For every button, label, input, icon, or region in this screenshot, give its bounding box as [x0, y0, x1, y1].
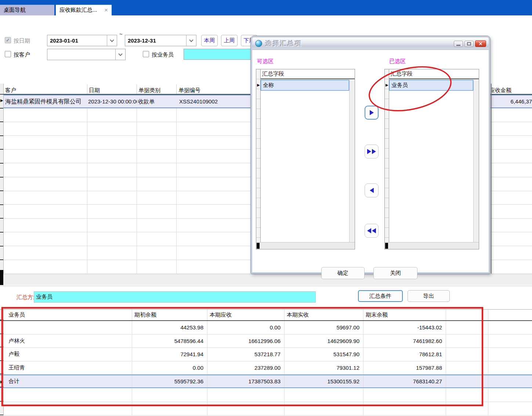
- cell-received: 79301.12: [285, 361, 363, 375]
- date-from-input[interactable]: 2023-01-01: [47, 35, 117, 46]
- selected-row-marker-icon: ▶: [257, 83, 260, 87]
- dialog-body: 可选区 已选区 汇总字段 ▶ 全称 汇总字段 ▶ 业务员: [252, 50, 489, 272]
- last-week-button[interactable]: 上周: [221, 35, 238, 46]
- selected-row-marker-icon: ▶: [0, 380, 3, 384]
- move-all-right-button[interactable]: [365, 145, 379, 158]
- summary-row[interactable]: 卢毅 72941.94 537218.77 531547.90 78612.81: [0, 348, 532, 361]
- customer-dropdown-button[interactable]: [115, 49, 125, 60]
- date-from-dropdown-button[interactable]: [107, 35, 117, 46]
- hscroll-thumb[interactable]: [385, 243, 388, 249]
- date-to-value: 2023-12-31: [128, 37, 156, 44]
- maximize-button[interactable]: [464, 41, 474, 47]
- available-item[interactable]: 全称: [261, 80, 349, 91]
- move-right-button[interactable]: [365, 106, 379, 120]
- main-scrollbar-thumb[interactable]: [0, 270, 3, 285]
- by-customer-checkbox[interactable]: [5, 51, 11, 57]
- row-marker-cell: [0, 321, 4, 334]
- tab-ar-summary[interactable]: 应收账款汇总... ×: [56, 5, 112, 15]
- cell-customer: 海盐精鼎紧固件模具有限公司: [5, 95, 87, 107]
- salesman-input[interactable]: [184, 49, 257, 60]
- summary-condition-button[interactable]: 汇总条件: [358, 290, 403, 302]
- cell-opening: 72941.94: [132, 348, 207, 361]
- available-list-header: 汇总字段: [256, 69, 355, 79]
- by-salesman-checkbox[interactable]: [143, 51, 149, 57]
- last-week-label: 上周: [224, 37, 235, 44]
- cell-closing: -15443.02: [363, 321, 446, 334]
- date-range-tilde: ~: [119, 31, 123, 37]
- selected-list-vscrollbar[interactable]: [473, 80, 479, 242]
- summary-col-opening[interactable]: 期初余额: [132, 310, 207, 320]
- cell-receivable: 537218.77: [207, 348, 285, 361]
- export-button[interactable]: 导出: [408, 290, 450, 302]
- cell-doc-no: XSS240109002: [179, 95, 253, 107]
- selected-item[interactable]: 业务员: [389, 80, 473, 91]
- date-to-input[interactable]: 2023-12-31: [125, 35, 196, 46]
- cell-doc-type: 收款单: [138, 95, 176, 107]
- cell-salesman: [4, 321, 132, 334]
- minimize-button[interactable]: [454, 41, 463, 47]
- selected-list-hscrollbar[interactable]: [385, 242, 479, 249]
- chevron-down-icon: [189, 38, 193, 42]
- col-header-customer[interactable]: 客户: [5, 85, 86, 94]
- cell-empty: [488, 361, 532, 375]
- customer-select[interactable]: [47, 49, 126, 60]
- available-list-hscrollbar[interactable]: [256, 242, 355, 249]
- col-header-doc-type[interactable]: 单据类别: [138, 85, 175, 94]
- cell-received: 59697.00: [285, 321, 363, 334]
- summary-row[interactable]: 王绍青 0.00 237289.00 79301.12 157987.88: [0, 361, 532, 375]
- row-marker-cell: [0, 361, 4, 375]
- cell-salesman: 卢毅: [4, 348, 132, 361]
- row-marker-cell: [0, 348, 4, 361]
- available-list-vscrollbar[interactable]: [349, 80, 355, 242]
- close-button[interactable]: ✕: [475, 40, 486, 47]
- move-all-left-button[interactable]: [365, 224, 379, 238]
- by-date-label: 按日期: [14, 37, 30, 44]
- export-label: 导出: [423, 293, 434, 300]
- ok-button[interactable]: 确定: [321, 267, 365, 279]
- cell-receivable: 17387503.83: [207, 375, 285, 387]
- date-to-dropdown-button[interactable]: [186, 35, 196, 46]
- summary-total-row[interactable]: ▶ 合计 5595792.36 17387503.83 15300155.92 …: [0, 375, 532, 388]
- col-header-date[interactable]: 日期: [89, 85, 135, 94]
- selected-row-marker-icon: ▶: [0, 98, 3, 102]
- arrow-left-icon: [370, 188, 374, 193]
- date-from-value: 2023-01-01: [50, 37, 78, 44]
- tab-close-icon[interactable]: ×: [104, 7, 108, 13]
- available-fields-list[interactable]: 汇总字段 ▶ 全称: [256, 69, 355, 249]
- summary-col-closing[interactable]: 期末余额: [363, 310, 446, 320]
- summary-mode-input[interactable]: 业务员: [34, 291, 316, 303]
- dialog-title-bar[interactable]: 选择汇总项 ✕: [252, 37, 489, 50]
- col-header-doc-no[interactable]: 单据编号: [178, 85, 248, 94]
- dialog-close-label: 关闭: [390, 270, 401, 277]
- cell-empty: [446, 321, 488, 334]
- by-customer-label: 按客户: [14, 51, 30, 58]
- cell-empty: [488, 375, 532, 387]
- tab-desktop-nav-label: 桌面导航: [4, 7, 26, 14]
- cell-closing: 7683140.27: [363, 375, 446, 387]
- arrow-left-icon: [367, 228, 371, 233]
- summary-col-receivable[interactable]: 本期应收: [207, 310, 285, 320]
- summary-col-received[interactable]: 本期实收: [285, 310, 363, 320]
- app-window: 桌面导航 应收账款汇总... × ✓ 按日期 2023-01-01 ~ 2023…: [0, 0, 532, 416]
- move-left-button[interactable]: [365, 183, 379, 197]
- by-date-checkbox[interactable]: ✓: [5, 37, 11, 43]
- dialog-close-button[interactable]: 关闭: [373, 267, 417, 279]
- col-header-amount[interactable]: 应收金额: [492, 87, 511, 94]
- hscroll-thumb[interactable]: [257, 243, 260, 249]
- cell-amount: 6,446,37: [492, 95, 532, 107]
- selected-fields-list[interactable]: 汇总字段 ▶ 业务员: [384, 69, 479, 249]
- summary-row-empty: [0, 402, 532, 416]
- this-week-button[interactable]: 本周: [201, 35, 218, 46]
- summary-col-name[interactable]: 业务员: [4, 310, 132, 320]
- summary-row[interactable]: 卢林火 5478596.44 16612996.06 14629609.90 7…: [0, 335, 532, 348]
- summary-row[interactable]: 44253.98 0.00 59697.00 -15443.02: [0, 321, 532, 335]
- arrow-left-icon: [372, 228, 376, 233]
- cell-closing: 157987.88: [363, 361, 446, 375]
- tab-desktop-nav[interactable]: 桌面导航: [0, 5, 55, 15]
- cell-empty: [488, 321, 532, 334]
- panel-divider: [0, 286, 532, 286]
- summary-corner: [0, 310, 4, 320]
- main-horizontal-scrollbar[interactable]: [0, 274, 532, 285]
- cell-closing: 78612.81: [363, 348, 446, 361]
- by-salesman-label: 按业务员: [152, 51, 174, 58]
